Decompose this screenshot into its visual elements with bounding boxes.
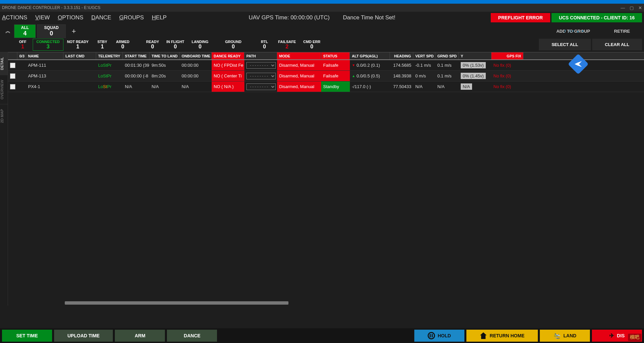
path-select[interactable]: --------------- (246, 83, 276, 90)
start-time-cell: 00:00:00 (-8 (123, 71, 150, 81)
horizontal-scrollbar[interactable] (21, 300, 644, 306)
tab-2d-map[interactable]: 2D MAP (0, 104, 8, 128)
group-squad-button[interactable]: SQUAD 0 (37, 24, 65, 38)
col-path[interactable]: PATH (244, 52, 277, 59)
menu-help[interactable]: HELP (152, 14, 167, 21)
row-checkbox[interactable] (10, 73, 15, 79)
tab-overview[interactable]: OVERVIEW (0, 75, 8, 104)
col-onboard-time[interactable]: ONBOARD TIME (180, 52, 212, 59)
group-squad-label: SQUAD (44, 25, 58, 30)
drone-name: PX4-1 (26, 81, 63, 92)
stat-off[interactable]: OFF1 (13, 39, 33, 51)
gps-fix-cell: No fix (0) (491, 71, 523, 81)
time-to-land-cell: 9m:50s (150, 60, 180, 70)
clear-all-button[interactable]: CLEAR ALL (592, 39, 642, 50)
pause-icon (428, 332, 435, 339)
col-status[interactable]: STATUS (321, 52, 350, 59)
add-group-button[interactable]: + (67, 27, 81, 36)
set-time-button[interactable]: SET TIME (2, 330, 52, 342)
stat-landing[interactable]: LANDING0 (188, 39, 212, 51)
col-grnd-spd[interactable]: GRND SPD (435, 52, 459, 59)
table-row[interactable]: PX4-1Lo St PrN/AN/AN/ANO ( N/A )--------… (8, 81, 644, 92)
retire-button[interactable]: RETIRE (602, 25, 642, 37)
drone-name: APM-113 (26, 71, 63, 81)
stat-not-ready[interactable]: NOT READY1 (63, 39, 92, 51)
maximize-button[interactable]: ▢ (630, 5, 634, 10)
close-button[interactable]: ✕ (638, 5, 642, 10)
dance-time-label: Dance Time Not Set! (343, 14, 395, 21)
bottom-toolbar: SET TIME UPLOAD TIME ARM DANCE HOLD RETU… (0, 328, 644, 343)
land-button[interactable]: 🛬LAND (540, 330, 590, 342)
dance-button[interactable]: DANCE (167, 330, 217, 342)
start-time-cell: 00:01:30 (39 (123, 60, 150, 70)
menu-dance[interactable]: DANCE (91, 14, 112, 21)
battery-cell: 0% (1.53v) (461, 62, 486, 68)
vert-spd-cell: 0 m/s (413, 71, 435, 81)
land-icon: 🛬 (554, 332, 561, 339)
heading-cell: 148.3938 (390, 71, 413, 81)
upload-time-button[interactable]: UPLOAD TIME (54, 330, 113, 342)
preflight-error-badge[interactable]: PREFLIGHT ERROR (491, 13, 550, 22)
stat-stby[interactable]: STBY1 (92, 39, 112, 51)
stat-armed[interactable]: ARMED0 (112, 39, 133, 51)
col-selection[interactable]: 0/3 (17, 52, 26, 59)
return-home-button[interactable]: RETURN HOME (466, 330, 538, 342)
watermark: ⤴ ∧♡ ▲ ◉ (564, 29, 584, 33)
start-time-cell: N/A (123, 81, 150, 92)
select-all-button[interactable]: SELECT ALL (539, 39, 591, 50)
group-squad-count: 0 (44, 30, 58, 37)
table-row[interactable]: APM-111Lo St Pr00:01:30 (399m:50s00:00:0… (8, 60, 644, 71)
stat-connected[interactable]: CONNECTED3 (33, 39, 63, 51)
hold-button[interactable]: HOLD (414, 330, 464, 342)
menu-groups[interactable]: GROUPS (119, 14, 144, 21)
col-battery[interactable]: Y (459, 52, 491, 59)
arm-button[interactable]: ARM (115, 330, 165, 342)
path-select[interactable]: --------------- (246, 62, 276, 69)
row-checkbox[interactable] (10, 63, 15, 68)
col-start-time[interactable]: START TIME (123, 52, 150, 59)
menu-actions[interactable]: ACTIONS (2, 14, 27, 21)
minimize-button[interactable]: — (621, 5, 625, 10)
table-row[interactable]: APM-113Lo St Pr00:00:00 (-88m:20s00:00:0… (8, 71, 644, 81)
col-alt-gps[interactable]: ALT GPS(AGL) (350, 52, 390, 59)
col-last-cmd[interactable]: LAST CMD (63, 52, 96, 59)
menu-options[interactable]: OPTIONS (58, 14, 83, 21)
col-mode[interactable]: MODE (277, 52, 321, 59)
grnd-spd-cell: N/A (435, 81, 459, 92)
col-name[interactable]: NAME (26, 52, 63, 59)
grnd-spd-cell: 0.1 m/s (435, 60, 459, 70)
battery-cell: N/A (461, 83, 472, 90)
stat-ground[interactable]: GROUND0 (221, 39, 245, 51)
menu-bar: ACTIONSVIEWOPTIONSDANCEGROUPSHELP (2, 14, 167, 21)
stat-failsafe[interactable]: FAILSAFE2 (274, 39, 299, 51)
heading-cell: 77.50433 (390, 81, 413, 92)
col-vert-spd[interactable]: VERT SPD (413, 52, 435, 59)
battery-cell: 0% (1.45v) (461, 73, 486, 79)
tab-detail[interactable]: DETAIL (0, 52, 8, 75)
menu-view[interactable]: VIEW (35, 14, 50, 21)
status-cell: Failsafe (321, 60, 350, 70)
stat-rtl[interactable]: RTL0 (254, 39, 274, 51)
col-time-to-land[interactable]: TIME TO LAND (150, 52, 180, 59)
time-to-land-cell: N/A (150, 81, 180, 92)
dance-ready-cell: NO ( FPDist Fe (212, 60, 244, 70)
mode-cell: Disarmed, Manual (277, 60, 321, 70)
disarm-icon: ✈ (609, 332, 614, 339)
group-all-button[interactable]: ALL 4 (14, 24, 36, 38)
collapse-chevron-icon[interactable]: ︽ (2, 28, 14, 35)
gps-time-label: UAV GPS Time: 00:00:00 (UTC) (249, 14, 330, 21)
row-checkbox[interactable] (10, 84, 15, 89)
onboard-time-cell: 00:00:00 (180, 60, 212, 70)
mode-cell: Disarmed, Manual (277, 71, 321, 81)
stat-in-flight[interactable]: IN FLIGHT0 (163, 39, 188, 51)
group-all-label: ALL (21, 25, 29, 30)
add-to-group-button[interactable]: ADD TO GROUP⤴ ∧♡ ▲ ◉ (544, 25, 602, 37)
col-heading[interactable]: HEADING (390, 52, 413, 59)
col-dance-ready[interactable]: DANCE READY (212, 52, 244, 59)
col-gps-fix[interactable]: GPS FIX (491, 52, 523, 59)
stat-ready[interactable]: READY0 (143, 39, 163, 51)
path-select[interactable]: --------------- (246, 73, 276, 79)
stat-cmd-err[interactable]: CMD ERR0 (299, 39, 324, 51)
alt-cell: -/117.0 (-) (350, 81, 390, 92)
col-telemetry[interactable]: TELEMETRY (96, 52, 123, 59)
